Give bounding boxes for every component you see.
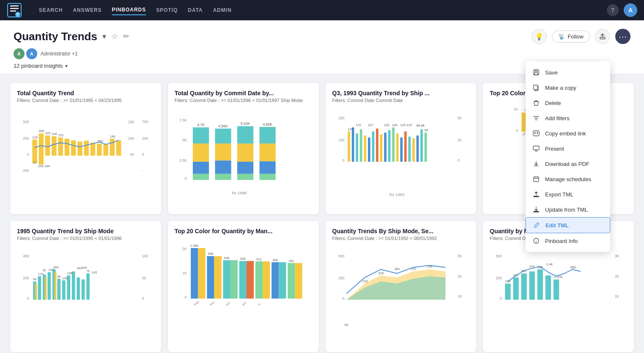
svg-rect-225 [537, 270, 543, 300]
nav-pinboards[interactable]: PINBOARDS [112, 5, 146, 15]
title-dropdown-icon[interactable]: ▾ [102, 32, 106, 41]
svg-rect-77 [237, 174, 253, 180]
export-tml-label: Export TML [545, 191, 573, 198]
svg-rect-92 [351, 127, 354, 162]
nav-data[interactable]: DATA [188, 6, 203, 15]
svg-text:5K: 5K [182, 138, 187, 143]
make-copy-icon [532, 84, 540, 91]
svg-text:154: 154 [82, 266, 87, 270]
more-button[interactable]: ··· [615, 29, 630, 44]
svg-text:174: 174 [38, 272, 44, 276]
svg-text:250: 250 [142, 136, 148, 141]
svg-rect-18 [534, 177, 539, 182]
edit-button[interactable]: ✏ [123, 32, 129, 41]
svg-text:880: 880 [570, 265, 576, 269]
menu-manage-schedules[interactable]: Manage schedules [526, 171, 610, 187]
manage-schedules-icon [532, 175, 540, 183]
svg-text:999: 999 [208, 252, 213, 256]
add-filters-label: Add filters [545, 115, 570, 121]
svg-rect-221 [505, 284, 511, 300]
card1-chart: 500 250 0 -250 750 250 0 - 150 100 50 [17, 107, 154, 200]
admin-label: Administrator +1 [41, 51, 78, 57]
svg-rect-99 [380, 135, 382, 162]
svg-rect-38 [52, 136, 56, 156]
menu-present[interactable]: Present [526, 141, 610, 156]
svg-rect-76 [237, 162, 253, 174]
svg-text:199: 199 [537, 265, 543, 269]
user-avatar-nav[interactable]: A [624, 3, 637, 17]
svg-rect-222 [513, 278, 519, 300]
download-pdf-label: Download as PDF [545, 161, 589, 167]
svg-text:100: 100 [142, 254, 148, 258]
svg-rect-159 [54, 273, 57, 300]
svg-rect-70 [215, 144, 231, 161]
menu-save[interactable]: Save [526, 65, 610, 80]
svg-text:0: 0 [342, 296, 344, 301]
svg-text:511: 511 [256, 257, 262, 261]
svg-rect-69 [215, 129, 231, 143]
svg-rect-107 [412, 138, 415, 162]
svg-text:2K: 2K [458, 274, 462, 279]
svg-rect-101 [388, 130, 390, 162]
card-total-quantity-trend: Total Quantity Trend Filters: Commit Dat… [10, 83, 161, 214]
svg-rect-95 [364, 135, 366, 162]
svg-rect-100 [384, 133, 386, 162]
svg-rect-153 [72, 272, 75, 300]
svg-text:250: 250 [338, 276, 345, 281]
app-logo[interactable]: T [7, 3, 22, 18]
card1-filter: Filters: Commit Date : >= 01/01/1995 < 0… [17, 97, 154, 104]
svg-text:250: 250 [23, 136, 29, 141]
card2-chart: 7.5K 5K 2.5K 0 4.7K 4.56K [175, 107, 312, 200]
svg-text:0: 0 [185, 176, 187, 181]
svg-text:316: 316 [378, 271, 384, 275]
svg-rect-65 [193, 144, 209, 162]
svg-text:100: 100 [338, 138, 345, 143]
menu-copy-embed-link[interactable]: Copy embed link [526, 126, 610, 141]
svg-rect-191 [279, 262, 286, 298]
star-button[interactable]: ☆ [111, 32, 118, 41]
svg-rect-175 [191, 248, 198, 298]
svg-text:4.85K: 4.85K [263, 122, 272, 127]
delete-icon [532, 99, 540, 107]
help-button[interactable]: ? [607, 4, 619, 16]
card-total-quantity-commit: Total Quantity by Commit Date by... Filt… [168, 83, 319, 214]
menu-add-filters[interactable]: Add filters [526, 110, 610, 126]
svg-text:1.08K: 1.08K [190, 244, 199, 248]
svg-rect-82 [259, 174, 275, 180]
menu-update-from-tml[interactable]: Update from TML [526, 202, 610, 217]
svg-rect-46 [103, 144, 108, 156]
menu-download-pdf[interactable]: Download as PDF [526, 156, 610, 171]
svg-rect-94 [359, 130, 362, 162]
nav-answers[interactable]: ANSWERS [73, 6, 101, 15]
svg-rect-11 [534, 85, 537, 90]
menu-delete[interactable]: Delete [526, 95, 610, 110]
share-button[interactable] [595, 29, 610, 44]
menu-export-tml[interactable]: Export TML [526, 187, 610, 202]
svg-rect-44 [90, 143, 95, 156]
nav-spotiq[interactable]: SPOTIQ [156, 6, 178, 15]
nav-search[interactable]: SEARCH [39, 6, 63, 15]
svg-rect-110 [424, 133, 427, 162]
svg-rect-47 [110, 139, 115, 156]
svg-rect-74 [237, 126, 253, 143]
svg-rect-40 [65, 139, 69, 156]
menu-make-copy[interactable]: Make a copy [526, 80, 610, 95]
svg-text:1K: 1K [514, 107, 518, 111]
svg-text:al: al [258, 302, 261, 306]
follow-button[interactable]: 📡 Follow [552, 30, 590, 43]
svg-text:270: 270 [411, 268, 416, 271]
svg-text:106: 106 [67, 271, 72, 275]
svg-rect-182 [230, 260, 238, 299]
lightbulb-button[interactable]: 💡 [532, 29, 547, 44]
menu-pinboard-info[interactable]: i Pinboard Info [526, 233, 610, 248]
avatars-row: A A Administrator +1 [14, 48, 630, 59]
svg-text:88 88: 88 88 [416, 124, 424, 127]
svg-text:1K: 1K [458, 295, 462, 299]
svg-rect-158 [44, 278, 47, 300]
copy-embed-link-label: Copy embed link [545, 130, 586, 137]
menu-edit-tml[interactable]: Edit TML [526, 217, 610, 233]
svg-text:218: 218 [505, 279, 511, 283]
nav-admin[interactable]: ADMIN [213, 6, 232, 15]
svg-text:199: 199 [427, 265, 432, 268]
card3-chart: 200 100 0 50 25 0 [332, 107, 470, 200]
